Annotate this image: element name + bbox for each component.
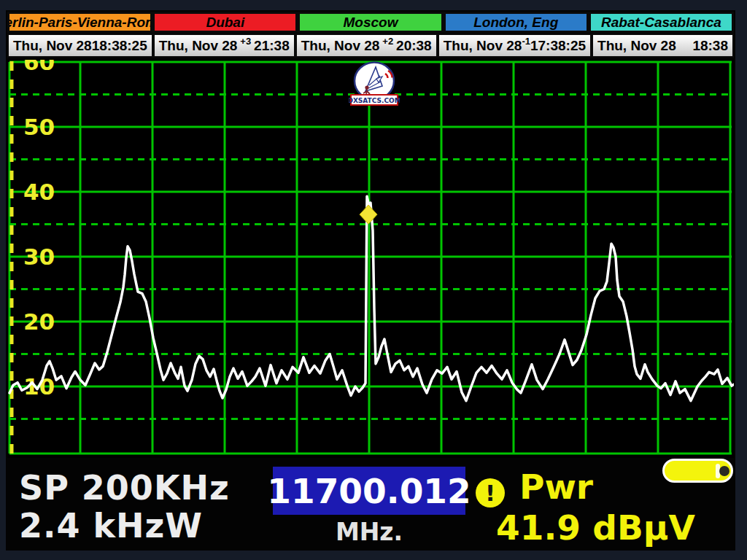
battery-toggle[interactable] (662, 459, 733, 483)
date-text: Thu, Nov 28 (159, 38, 238, 54)
marker-diamond (360, 205, 377, 224)
power-label: Pwr (519, 467, 593, 507)
spectrum-trace (9, 196, 734, 400)
screen: Berlin-Paris-Vienna-Roma Dubai Moscow Lo… (0, 0, 747, 560)
time-cell-rabat: Thu, Nov 28 18:38 (592, 34, 734, 58)
satellite-dish-icon: DXSATCS.COM (349, 61, 400, 106)
bandwidth-readout: 2.4 kHzW (19, 506, 203, 545)
y-axis-label: 60 (23, 60, 55, 75)
city-tab-dubai[interactable]: Dubai (152, 12, 298, 33)
world-clock-time-bar: Thu, Nov 28 18:38:25 Thu, Nov 28 +3 21:3… (7, 34, 734, 58)
span-readout: SP 200KHz (19, 468, 230, 508)
spectrum-plot: 605040302010 (7, 60, 734, 458)
frequency-unit-label: MHz. (273, 518, 465, 546)
city-tab-rabat-casablanca[interactable]: Rabat-Casablanca (589, 12, 734, 33)
time-cell-moscow: Thu, Nov 28 +2 20:38 (295, 34, 438, 58)
frequency-display[interactable]: 11700.012 (273, 467, 465, 515)
y-axis-label: 50 (23, 114, 55, 140)
dxsatcs-logo: DXSATCS.COM (349, 61, 400, 106)
world-clock-city-bar: Berlin-Paris-Vienna-Roma Dubai Moscow Lo… (7, 12, 734, 33)
utc-offset: +3 (240, 36, 251, 47)
svg-text:DXSATCS.COM: DXSATCS.COM (349, 97, 400, 104)
date-text: Thu, Nov 28 (597, 38, 676, 54)
city-tab-moscow[interactable]: Moscow (298, 12, 443, 33)
time-text: 18:38 (692, 38, 728, 54)
city-tab-london[interactable]: London, Eng (444, 12, 589, 33)
utc-offset: +2 (382, 36, 393, 47)
time-text: 17:38:25 (530, 38, 586, 54)
battery-knob-icon (719, 466, 729, 476)
utc-offset: -1 (522, 36, 530, 47)
date-text: Thu, Nov 28 (444, 38, 522, 54)
time-text: 18:38:25 (92, 38, 147, 54)
time-cell-berlin: Thu, Nov 28 18:38:25 (7, 34, 153, 58)
power-value: 41.9 dBµV (496, 508, 695, 548)
warning-icon: ! (476, 478, 505, 508)
y-axis-label: 20 (23, 308, 55, 335)
date-text: Thu, Nov 28 (13, 38, 92, 54)
y-axis-label: 40 (23, 179, 55, 205)
time-text: 20:38 (396, 38, 432, 54)
time-cell-london: Thu, Nov 28 -1 17:38:25 (438, 34, 592, 58)
y-axis-label: 30 (23, 244, 55, 270)
spectrum-chart: 605040302010 (7, 60, 734, 458)
date-text: Thu, Nov 28 (301, 38, 380, 54)
city-tab-berlin-paris-vienna-roma[interactable]: Berlin-Paris-Vienna-Roma (7, 12, 152, 33)
time-text: 21:38 (254, 38, 290, 54)
time-cell-dubai: Thu, Nov 28 +3 21:38 (153, 34, 295, 58)
